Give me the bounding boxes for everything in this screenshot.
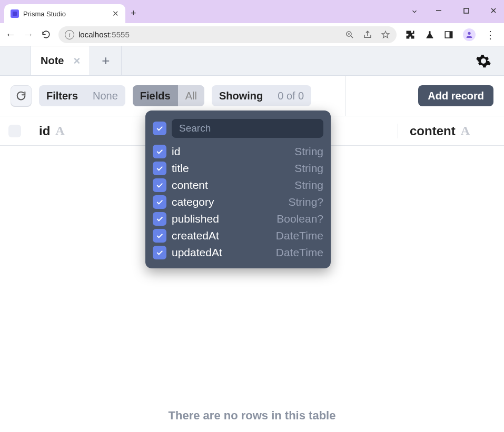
field-checkbox[interactable] <box>153 195 166 209</box>
showing-value: 0 of 0 <box>270 85 311 106</box>
address-bar[interactable]: i localhost:5555 <box>58 26 397 43</box>
nav-back-icon[interactable]: ← <box>5 28 16 41</box>
field-checkbox[interactable] <box>153 212 166 226</box>
browser-right-icons: ⋮ <box>404 28 499 41</box>
fields-item[interactable]: title String <box>153 160 323 177</box>
field-checkbox[interactable] <box>153 145 166 158</box>
nav-reload-icon[interactable] <box>41 29 51 39</box>
window-titlebar: Prisma Studio ✕ + <box>0 0 504 23</box>
fields-item[interactable]: category String? <box>153 194 323 210</box>
field-checkbox[interactable] <box>153 229 166 243</box>
settings-gear-icon[interactable] <box>476 53 491 69</box>
bookmark-star-icon[interactable] <box>381 30 390 39</box>
fields-select-all-checkbox[interactable] <box>153 122 166 135</box>
fields-item[interactable]: createdAt DateTime <box>153 227 323 244</box>
refresh-button[interactable] <box>11 85 32 106</box>
field-name: published <box>172 213 219 225</box>
fields-item[interactable]: published Boolean? <box>153 210 323 227</box>
field-type: String? <box>288 196 323 208</box>
field-checkbox[interactable] <box>153 246 166 259</box>
zoom-icon[interactable] <box>345 30 354 39</box>
field-name: id <box>172 145 180 158</box>
svg-rect-7 <box>450 32 452 38</box>
field-type: String <box>294 179 323 192</box>
lab-flask-icon[interactable] <box>425 29 434 40</box>
window-maximize-icon[interactable] <box>459 3 473 18</box>
browser-tab[interactable]: Prisma Studio ✕ <box>4 4 125 23</box>
fields-dropdown-panel: Search id String title String content St… <box>145 110 331 268</box>
url-text: localhost:5555 <box>78 30 130 39</box>
column-type-badge: A <box>461 124 470 138</box>
model-tab-close-icon[interactable]: × <box>73 54 80 68</box>
field-type: DateTime <box>276 246 323 259</box>
browser-menu-icon[interactable]: ⋮ <box>485 28 496 41</box>
svg-line-3 <box>351 36 353 38</box>
model-tab-note[interactable]: Note × <box>31 46 90 75</box>
window-close-icon[interactable] <box>486 3 501 18</box>
field-name: content <box>172 179 208 192</box>
extensions-icon[interactable] <box>405 29 416 40</box>
fields-item[interactable]: id String <box>153 143 323 160</box>
field-checkbox[interactable] <box>153 178 166 192</box>
column-header-content[interactable]: content A <box>398 124 470 138</box>
fields-search-input[interactable]: Search <box>172 119 323 138</box>
showing-label: Showing <box>212 85 270 106</box>
field-type: String <box>294 145 323 158</box>
fields-label: Fields <box>133 85 178 106</box>
fields-pill[interactable]: Fields All <box>133 85 204 106</box>
window-controls <box>431 3 501 18</box>
field-name: title <box>172 162 189 175</box>
select-all-checkbox[interactable] <box>0 125 29 137</box>
filters-label: Filters <box>39 85 85 106</box>
site-info-icon[interactable]: i <box>65 30 74 39</box>
new-tab-button[interactable]: + <box>131 8 136 19</box>
prisma-favicon <box>11 9 19 18</box>
fields-item[interactable]: content String <box>153 177 323 194</box>
field-type: String <box>294 162 323 175</box>
nav-forward-icon: → <box>23 28 34 41</box>
side-panel-icon[interactable] <box>444 30 453 39</box>
fields-value: All <box>178 85 204 106</box>
fields-item[interactable]: updatedAt DateTime <box>153 244 323 261</box>
filters-value: None <box>85 85 125 106</box>
field-name: category <box>172 196 214 208</box>
add-record-button[interactable]: Add record <box>418 85 493 106</box>
window-minimize-icon[interactable] <box>431 3 446 18</box>
toolbar-divider <box>345 76 346 116</box>
model-tab-add-button[interactable]: + <box>90 46 122 75</box>
field-checkbox[interactable] <box>153 162 166 175</box>
column-type-badge: A <box>55 124 64 138</box>
browser-tab-close-icon[interactable]: ✕ <box>112 9 119 18</box>
empty-table-message: There are no rows in this table <box>0 409 504 423</box>
svg-rect-1 <box>464 8 469 13</box>
field-name: updatedAt <box>172 246 222 259</box>
field-type: Boolean? <box>276 213 323 225</box>
browser-toolbar: ← → i localhost:5555 ⋮ <box>0 23 504 46</box>
model-tab-label: Note <box>41 55 64 67</box>
field-name: createdAt <box>172 229 219 242</box>
tab-dropdown-icon[interactable] <box>407 4 422 19</box>
url-actions <box>345 30 390 39</box>
showing-pill[interactable]: Showing 0 of 0 <box>212 85 311 106</box>
profile-avatar-icon[interactable] <box>463 28 476 41</box>
svg-point-8 <box>468 32 470 34</box>
filters-pill[interactable]: Filters None <box>39 85 125 106</box>
field-type: DateTime <box>276 229 323 242</box>
model-tab-bar: Note × + <box>0 46 504 76</box>
share-icon[interactable] <box>363 30 372 39</box>
browser-tab-title: Prisma Studio <box>23 10 108 18</box>
